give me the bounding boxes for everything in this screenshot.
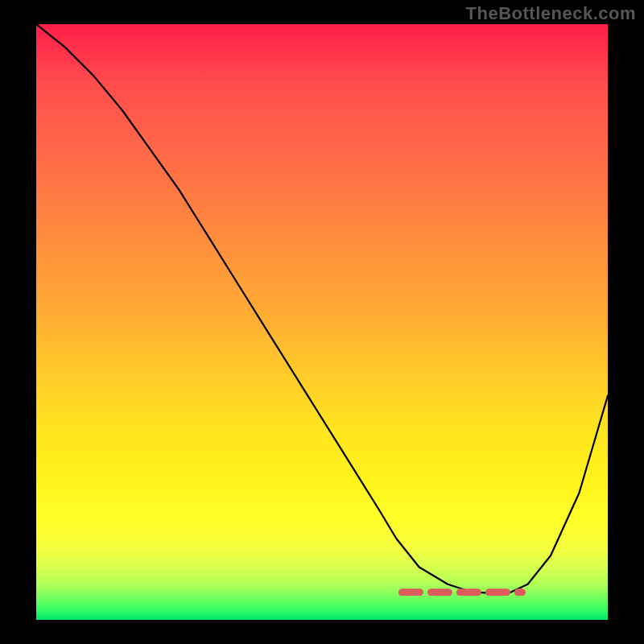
bottleneck-curve <box>36 24 608 593</box>
plot-area <box>36 24 608 620</box>
chart-svg <box>36 24 608 596</box>
watermark-text: TheBottleneck.com <box>466 3 636 24</box>
chart-frame: TheBottleneck.com <box>0 0 644 644</box>
